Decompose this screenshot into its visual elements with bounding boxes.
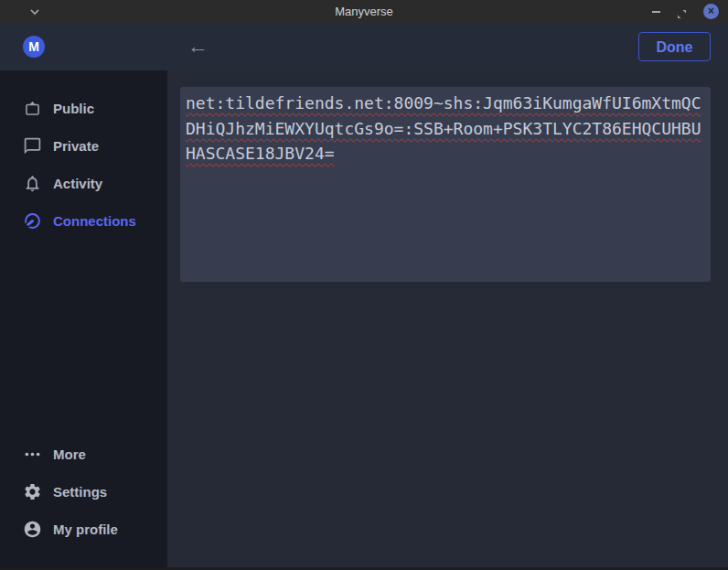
sidebar-nav: Public Private Activity [0,94,167,244]
main-content: net:tildefriends.net:8009~shs:Jqm63iKumg… [167,70,728,567]
sidebar-item-label: Activity [53,176,102,191]
sidebar-item-more[interactable]: More [0,440,167,468]
sidebar-item-settings[interactable]: Settings [0,478,167,505]
minimize-icon[interactable] [652,11,660,13]
back-arrow-icon[interactable]: ← [184,32,211,59]
bell-icon [23,174,42,193]
titlebar: Manyverse × [0,0,728,23]
gear-icon [23,482,42,501]
app-header: M ← Done [0,23,728,70]
sidebar-item-label: Settings [53,484,107,500]
sidebar-item-label: Public [53,101,94,116]
sidebar-item-my-profile[interactable]: My profile [0,515,167,543]
account-circle-icon [23,520,42,539]
ellipsis-icon [23,445,42,464]
gauge-icon [23,211,42,231]
window-controls: × [652,0,719,23]
sidebar-item-public[interactable]: Public [0,94,167,122]
board-icon [23,99,42,118]
sidebar-item-label: More [53,446,86,462]
manyverse-logo: M [23,36,45,58]
app-window: Manyverse × M ← Done [0,0,728,570]
done-button[interactable]: Done [638,32,711,61]
sidebar-item-label: My profile [53,522,118,537]
restore-icon[interactable] [677,6,687,16]
speech-bubble-icon [23,136,42,156]
sidebar-item-label: Connections [53,213,136,229]
window-title: Manyverse [0,0,728,23]
invite-code-input[interactable]: net:tildefriends.net:8009~shs:Jqm63iKumg… [180,87,711,282]
sidebar-item-label: Private [53,138,99,154]
sidebar-item-activity[interactable]: Activity [0,169,167,197]
sidebar: Public Private Activity [0,70,167,567]
sidebar-item-connections[interactable]: Connections [0,207,167,234]
sidebar-footer-nav: More Settings My profile [0,440,167,553]
close-icon[interactable]: × [703,4,719,19]
invite-code-text: net:tildefriends.net:8009~shs:Jqm63iKumg… [186,91,703,167]
sidebar-item-private[interactable]: Private [0,132,167,159]
